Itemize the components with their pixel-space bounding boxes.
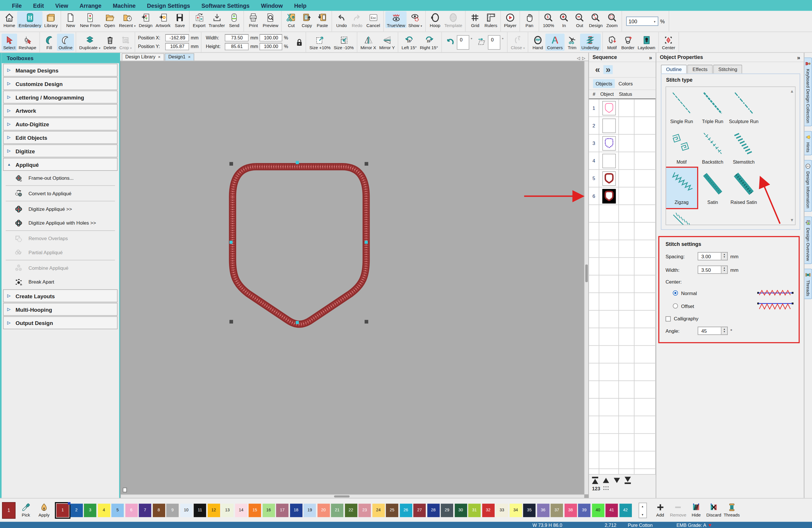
tool-center[interactable]: Center <box>661 34 677 50</box>
height-input[interactable]: 85.61 <box>225 43 249 50</box>
sequence-back-button[interactable]: « <box>593 65 602 74</box>
color-swatch-22[interactable]: 22 <box>345 503 357 517</box>
tool-export[interactable]: Export <box>191 12 207 28</box>
tool-left-15[interactable]: 15°Left 15° <box>400 34 418 50</box>
tool-player[interactable]: Player <box>503 12 518 28</box>
sequence-row-2[interactable]: 2 <box>589 117 656 135</box>
color-swatch-23[interactable]: 23 <box>359 503 371 517</box>
tool-cancel[interactable]: EscCancel <box>365 12 381 28</box>
tool-rulers[interactable]: Rulers <box>483 12 499 28</box>
tool-combine-appliqu[interactable]: Combine Appliqué <box>1 261 119 275</box>
stitch-type-motif[interactable]: Motif <box>666 128 697 168</box>
tool-hoop[interactable]: Hoop <box>427 12 443 28</box>
color-swatch-18[interactable]: 18 <box>290 503 302 517</box>
stitch-type-triple-run[interactable]: Triple Run <box>697 87 728 127</box>
color-swatch-37[interactable]: 37 <box>550 503 563 517</box>
color-swatch-20[interactable]: 20 <box>317 503 330 517</box>
dock-tab-keyboard-design-collection[interactable]: Keyboard Design Collection <box>804 58 812 126</box>
tool-corners[interactable]: Corners <box>546 34 564 50</box>
tool-size-10[interactable]: Size +10% <box>308 34 332 50</box>
current-color-swatch[interactable]: 1 <box>2 502 16 518</box>
properties-tab-outline[interactable]: Outline <box>661 65 687 74</box>
tool-print[interactable]: Print <box>246 12 261 28</box>
stitch-type-sculpture-run[interactable]: Sculpture Run <box>728 87 759 127</box>
tool-new[interactable]: New <box>63 12 78 28</box>
tool-embroidery[interactable]: HEmbroidery <box>17 12 43 28</box>
tool-crop[interactable]: Crop ▾ <box>118 34 133 50</box>
color-swatch-27[interactable]: 27 <box>413 503 425 517</box>
sequence-row-1[interactable]: 1 <box>589 100 656 117</box>
tab-scroll-right-icon[interactable]: ▷ <box>582 56 585 60</box>
color-swatch-2[interactable]: 2 <box>70 503 83 517</box>
toolbox-artwork[interactable]: ▷ Artwork <box>3 104 118 117</box>
sequence-row-4[interactable]: 4 <box>589 152 656 170</box>
stitch-type-single-run[interactable]: Single Run <box>666 87 697 127</box>
width-input[interactable]: 3.50 <box>698 265 722 274</box>
dock-tab-threads[interactable]: Threads <box>804 268 812 299</box>
canvas-horizontal-scrollbar[interactable] <box>120 494 584 498</box>
move-down-button[interactable] <box>614 478 620 483</box>
tool-copy[interactable]: Copy <box>299 12 315 28</box>
tool-trueview[interactable]: TrueView <box>385 12 407 28</box>
tool-save[interactable]: Save <box>172 12 188 28</box>
color-swatch-6[interactable]: 6 <box>125 503 137 517</box>
color-swatch-13[interactable]: 13 <box>221 503 234 517</box>
tool-convert-to-appliqu[interactable]: Convert to Appliqué <box>1 186 119 201</box>
color-swatch-34[interactable]: 34 <box>509 503 522 517</box>
tool-100[interactable]: 1100% <box>541 12 556 28</box>
resequence-grid-icon[interactable] <box>603 485 609 490</box>
hide-color-action[interactable]: Hide <box>688 503 704 518</box>
tool-design[interactable]: Design <box>587 12 604 28</box>
toolbox-output-design[interactable]: ▷ Output Design <box>3 316 118 329</box>
toolbox-auto-digitize[interactable]: ▷ Auto-Digitize <box>3 118 118 131</box>
toolbox-lettering-monogramming[interactable]: ▷ Lettering / Monogramming <box>3 91 118 104</box>
properties-tab-effects[interactable]: Effects <box>687 65 713 74</box>
spacing-stepper[interactable]: ▲▼ <box>721 252 728 261</box>
menu-window[interactable]: Window <box>255 2 288 9</box>
tool-show[interactable]: Show ▾ <box>407 12 424 28</box>
resequence-123-button[interactable]: 123 <box>592 485 600 491</box>
angle-stepper[interactable]: ▲▼ <box>721 327 728 335</box>
rotate-input[interactable]: 0 <box>456 35 469 49</box>
dock-tab-design-overview[interactable]: Design Overview <box>804 216 812 264</box>
menu-software-settings[interactable]: Software Settings <box>195 2 255 9</box>
proportional-lock-toggle[interactable] <box>295 38 304 47</box>
remove-color-action[interactable]: Remove <box>670 503 686 518</box>
menu-machine[interactable]: Machine <box>107 2 141 9</box>
tool-send[interactable]: Send <box>227 12 242 28</box>
tool-grid[interactable]: Grid <box>467 12 483 28</box>
color-swatch-15[interactable]: 15 <box>249 503 261 517</box>
canvas-vertical-scrollbar[interactable] <box>584 61 588 494</box>
tool-mirror-x[interactable]: Mirror X <box>359 34 378 50</box>
tool-paste[interactable]: Paste <box>315 12 330 28</box>
color-swatch-35[interactable]: 35 <box>523 503 536 517</box>
color-swatch-17[interactable]: 17 <box>276 503 288 517</box>
doc-tab-design-library[interactable]: Design Library× <box>122 53 164 60</box>
properties-collapse-icon[interactable]: » <box>797 54 800 60</box>
discard-color-action[interactable]: Discard <box>706 503 722 518</box>
stitch-type-raised-satin[interactable]: Raised Satin <box>728 168 759 208</box>
toolbox-manage-designs[interactable]: ▷ Manage Designs <box>3 63 118 76</box>
tool-recent[interactable]: Recent ▾ <box>117 12 137 28</box>
color-swatch-30[interactable]: 30 <box>455 503 467 517</box>
tool-size-10[interactable]: Size -10% <box>332 34 356 50</box>
tool-underlay[interactable]: Underlay <box>580 34 600 50</box>
applique-shield-object[interactable] <box>120 61 584 494</box>
color-swatch-16[interactable]: 16 <box>262 503 275 517</box>
scroll-down-icon[interactable]: ▼ <box>790 218 794 223</box>
stitch-type-stemstitch[interactable]: Stemstitch <box>728 128 759 168</box>
color-swatch-14[interactable]: 14 <box>235 503 247 517</box>
close-tab-icon[interactable]: × <box>158 54 161 60</box>
color-swatch-11[interactable]: 11 <box>194 503 206 517</box>
color-swatch-31[interactable]: 31 <box>468 503 480 517</box>
palette-scroll-stepper[interactable]: ▲▼ <box>638 502 647 518</box>
tool-duplicate[interactable]: Duplicate ▾ <box>78 34 102 50</box>
toolbox-multi-hooping[interactable]: ▷ Multi-Hooping <box>3 303 118 316</box>
tool-reshape[interactable]: Reshape <box>17 34 38 50</box>
color-swatch-25[interactable]: 25 <box>386 503 398 517</box>
tool-break-apart[interactable]: Break Apart <box>1 275 119 289</box>
color-swatch-32[interactable]: 32 <box>482 503 494 517</box>
menu-view[interactable]: View <box>49 2 74 9</box>
tool-in[interactable]: In <box>556 12 572 28</box>
tool-mirror-y[interactable]: Mirror Y <box>378 34 396 50</box>
